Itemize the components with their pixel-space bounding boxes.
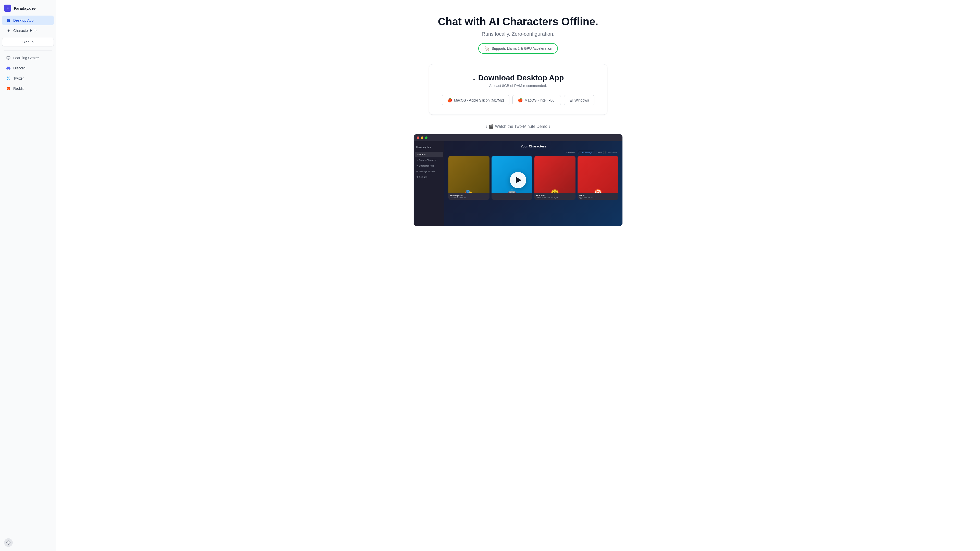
desktop-icon: 🖥	[6, 18, 11, 23]
character-hub-icon: ✦	[6, 28, 11, 33]
app-screenshot: Faraday.dev ⌂ Home ✦ Create Character ✦ …	[414, 134, 622, 226]
char-info-mario: Mario Pygmalion 7B 105.0	[578, 193, 619, 200]
svg-point-5	[8, 542, 9, 543]
app-main-title: Your Characters	[449, 144, 618, 148]
app-nav-home: ⌂ Home	[415, 152, 443, 157]
sidebar-item-character-hub[interactable]: ✦ Character Hub	[2, 26, 54, 35]
char-card-mario: 🍄 Mario Pygmalion 7B 105.0	[578, 156, 619, 200]
sidebar-logo[interactable]: F Faraday.dev	[0, 0, 56, 15]
traffic-light-green	[425, 137, 428, 139]
play-button[interactable]	[510, 172, 526, 188]
char-name: Elon Tusk	[536, 194, 574, 197]
sidebar-bottom	[0, 538, 56, 547]
apple-icon: 🍎	[447, 98, 452, 103]
sidebar-item-learning-center[interactable]: Learning Center	[2, 53, 54, 63]
download-macos-intel-button[interactable]: 🍎 MacOS - Intel (x86)	[512, 95, 561, 105]
char-info-elon: Elon Tusk Drama-matic 13B 104.4_08	[535, 193, 576, 200]
sidebar-item-label: Reddit	[13, 86, 24, 91]
app-nav-settings: ⚙ Settings	[414, 174, 444, 180]
app-nav-hub: ✦ Character Hub	[414, 163, 444, 168]
traffic-light-yellow	[421, 137, 423, 139]
sidebar-item-label: Twitter	[13, 76, 24, 80]
sidebar-item-discord[interactable]: Discord	[2, 63, 54, 73]
button-label: MacOS - Apple Silicon (M1/M2)	[454, 98, 504, 102]
traffic-light-red	[417, 137, 419, 139]
char-model: Drama-matic 13B 104.4_08	[536, 197, 574, 198]
logo-text: Faraday.dev	[14, 6, 36, 11]
char-name: Shakespeare	[450, 194, 488, 197]
char-info-robot	[492, 193, 533, 196]
download-subtitle: At least 8GB of RAM recommended.	[489, 84, 547, 88]
video-container: Faraday.dev ⌂ Home ✦ Create Character ✦ …	[414, 134, 623, 226]
sidebar-item-label: Character Hub	[13, 29, 37, 33]
app-sort-bar: Created At ↑ Last Messaged Name Chats Co…	[449, 151, 618, 154]
button-label: MacOS - Intel (x86)	[525, 98, 555, 102]
twitter-icon	[6, 76, 11, 81]
app-sidebar: Faraday.dev ⌂ Home ✦ Create Character ✦ …	[414, 141, 444, 226]
char-img-elon: 😤	[535, 156, 576, 193]
download-card: ↓ Download Desktop App At least 8GB of R…	[429, 64, 608, 115]
apple-icon-2: 🍎	[518, 98, 523, 103]
svg-rect-0	[6, 56, 10, 59]
download-title: ↓ Download Desktop App	[473, 73, 564, 82]
app-main: Your Characters Created At ↑ Last Messag…	[444, 141, 622, 226]
app-nav-create: ✦ Create Character	[414, 157, 444, 163]
svg-point-4	[9, 87, 9, 88]
character-grid: 🎭 Shakespeare Lura AI 7B 104.6.34 🤖	[449, 156, 618, 200]
download-macos-silicon-button[interactable]: 🍎 MacOS - Apple Silicon (M1/M2)	[442, 95, 509, 105]
char-card-shakespeare: 🎭 Shakespeare Lura AI 7B 104.6.34	[449, 156, 490, 200]
play-triangle-icon	[516, 177, 522, 183]
discord-icon	[6, 66, 11, 70]
sidebar: F Faraday.dev 🖥 Desktop App ✦ Character …	[0, 0, 56, 551]
sort-last-messaged: ↑ Last Messaged	[578, 151, 594, 154]
char-card-elon: 😤 Elon Tusk Drama-matic 13B 104.4_08	[535, 156, 576, 200]
download-buttons: 🍎 MacOS - Apple Silicon (M1/M2) 🍎 MacOS …	[442, 95, 594, 105]
button-label: Windows	[574, 98, 589, 102]
app-nav-models: ⊞ Manage Models	[414, 168, 444, 174]
sidebar-item-label: Discord	[13, 66, 25, 70]
char-info-shakespeare: Shakespeare Lura AI 7B 104.6.34	[449, 193, 490, 200]
sort-created: Created At	[565, 151, 576, 154]
llama-icon: 🦙	[484, 46, 490, 51]
llama-badge[interactable]: 🦙 Supports Llama 2 & GPU Acceleration	[478, 43, 558, 54]
download-icon: ↓	[473, 74, 476, 82]
demo-label: ↓ 🎬 Watch the Two-Minute Demo ↓	[486, 124, 551, 129]
sign-in-wrapper: Sign In	[0, 36, 56, 48]
char-model: Lura AI 7B 104.6.34	[450, 197, 488, 198]
char-model: Pygmalion 7B 105.0	[579, 197, 617, 198]
settings-button[interactable]	[4, 538, 13, 547]
char-name: Mario	[579, 194, 617, 197]
sidebar-item-desktop-app[interactable]: 🖥 Desktop App	[2, 16, 54, 25]
sign-in-button[interactable]: Sign In	[2, 38, 54, 46]
sidebar-item-label: Desktop App	[13, 18, 33, 22]
hero-subtitle: Runs locally. Zero-configuration.	[482, 31, 554, 37]
sidebar-item-reddit[interactable]: Reddit	[2, 84, 54, 94]
hero-title: Chat with AI Characters Offline.	[438, 15, 598, 28]
sort-chats-count: Chats Count	[605, 151, 618, 154]
learning-center-icon	[6, 56, 11, 60]
main-content: Chat with AI Characters Offline. Runs lo…	[56, 0, 980, 551]
badge-text: Supports Llama 2 & GPU Acceleration	[492, 46, 552, 51]
char-img-shakespeare: 🎭	[449, 156, 490, 193]
char-img-mario: 🍄	[578, 156, 619, 193]
sidebar-item-twitter[interactable]: Twitter	[2, 73, 54, 83]
app-title-bar	[414, 134, 622, 141]
sort-name: Name	[596, 151, 604, 154]
windows-icon: ⊞	[570, 98, 573, 103]
download-windows-button[interactable]: ⊞ Windows	[564, 95, 594, 105]
logo-icon: F	[4, 5, 11, 12]
sidebar-item-label: Learning Center	[13, 56, 39, 60]
svg-point-3	[6, 87, 10, 90]
app-sidebar-logo: Faraday.dev	[414, 144, 444, 152]
reddit-icon	[6, 86, 11, 91]
